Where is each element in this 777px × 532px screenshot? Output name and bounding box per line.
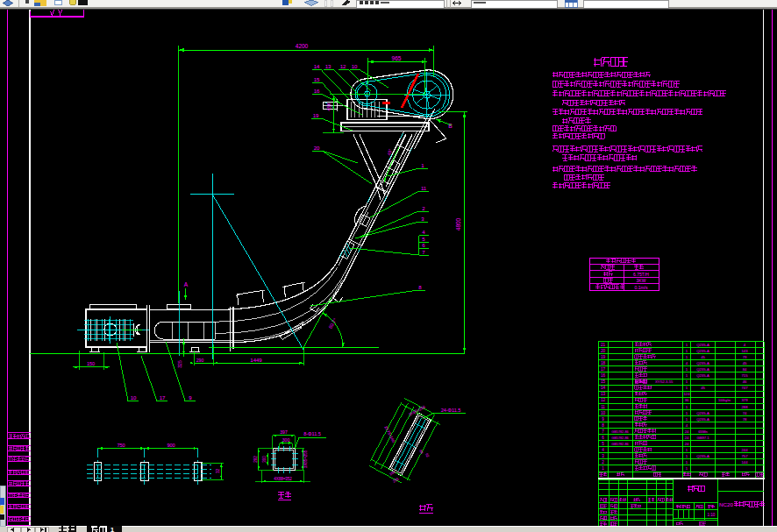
svg-text:36: 36 <box>685 398 689 402</box>
svg-text:Q235-A: Q235-A <box>696 349 709 353</box>
svg-text:244: 244 <box>742 448 749 452</box>
svg-text:32: 32 <box>216 469 220 474</box>
svg-text:750: 750 <box>117 443 125 448</box>
svg-text:124: 124 <box>684 392 691 396</box>
svg-text:100kg/m: 100kg/m <box>718 399 731 402</box>
svg-text:Q235-A: Q235-A <box>696 417 709 422</box>
svg-text:13: 13 <box>601 392 606 396</box>
svg-text:16: 16 <box>314 89 320 94</box>
svg-text:20: 20 <box>601 349 606 353</box>
svg-text:900: 900 <box>167 443 175 448</box>
svg-text:XY/52-3-55: XY/52-3-55 <box>655 379 674 384</box>
svg-text:21: 21 <box>601 343 606 347</box>
svg-text:45: 45 <box>701 386 705 390</box>
svg-text:24: 24 <box>685 436 689 440</box>
svg-text:45: 45 <box>743 361 747 365</box>
svg-text:84: 84 <box>743 367 747 372</box>
svg-text:Q235-A: Q235-A <box>696 361 709 365</box>
svg-text:24: 24 <box>685 442 689 446</box>
svg-text:NC20: NC20 <box>719 501 733 507</box>
svg-text:6.75T/H: 6.75T/H <box>633 272 649 277</box>
svg-text:0.1m/s: 0.1m/s <box>634 285 648 290</box>
svg-text:78: 78 <box>743 417 747 422</box>
svg-text:150: 150 <box>87 361 95 366</box>
svg-text:144: 144 <box>742 460 749 465</box>
svg-text:GB5782-86: GB5782-86 <box>611 436 628 440</box>
svg-text:79: 79 <box>743 355 747 359</box>
svg-text:Q235-A: Q235-A <box>696 454 709 458</box>
svg-text:3KW: 3KW <box>637 278 646 283</box>
svg-text:288: 288 <box>742 405 749 409</box>
svg-text:10: 10 <box>601 411 606 415</box>
svg-text:19: 19 <box>601 355 606 359</box>
svg-text:Q235-A: Q235-A <box>696 367 709 372</box>
svg-text:325: 325 <box>177 360 182 368</box>
svg-text:300: 300 <box>282 437 290 443</box>
svg-text:14: 14 <box>314 64 320 69</box>
svg-text:1449: 1449 <box>250 358 262 363</box>
svg-text:17: 17 <box>601 367 606 372</box>
svg-text:18: 18 <box>601 361 606 365</box>
svg-text:300: 300 <box>262 456 267 463</box>
svg-text:24: 24 <box>685 429 689 434</box>
svg-text:379: 379 <box>742 398 749 402</box>
svg-text:3X85=255: 3X85=255 <box>303 450 308 468</box>
svg-text:458: 458 <box>326 103 331 110</box>
svg-text:12: 12 <box>340 64 346 69</box>
svg-text:4200: 4200 <box>296 43 309 49</box>
svg-text:24-Φ11.5: 24-Φ11.5 <box>441 408 461 413</box>
svg-text:10: 10 <box>131 395 137 401</box>
svg-text:965: 965 <box>392 55 402 61</box>
svg-text:8-Φ11.5: 8-Φ11.5 <box>303 431 321 436</box>
svg-text:Q235-A: Q235-A <box>696 343 709 347</box>
svg-text:Q235-A: Q235-A <box>696 373 709 378</box>
svg-text:14: 14 <box>601 386 606 390</box>
svg-text:1:10: 1:10 <box>708 513 716 517</box>
svg-text:17: 17 <box>160 395 166 401</box>
svg-text:74: 74 <box>743 411 747 415</box>
svg-text:GB5782-86: GB5782-86 <box>611 430 628 434</box>
svg-text:11: 11 <box>601 405 605 409</box>
svg-text:11: 11 <box>421 186 427 191</box>
svg-text:715: 715 <box>742 373 749 378</box>
svg-text:16: 16 <box>601 373 606 378</box>
svg-text:20: 20 <box>314 145 320 151</box>
svg-text:Q235-A: Q235-A <box>696 411 709 415</box>
svg-text:1: 1 <box>110 526 115 532</box>
svg-text:12: 12 <box>601 398 606 402</box>
svg-text:757: 757 <box>742 454 749 458</box>
svg-text:15: 15 <box>314 77 320 82</box>
svg-text:A: A <box>184 281 189 287</box>
svg-text:4800: 4800 <box>455 217 461 231</box>
svg-text:GB97.1: GB97.1 <box>696 436 709 440</box>
svg-text:13: 13 <box>325 64 331 69</box>
svg-text:65Mn: 65Mn <box>698 429 708 434</box>
svg-text:292: 292 <box>253 456 258 463</box>
svg-text:19: 19 <box>313 113 319 118</box>
svg-text:143: 143 <box>742 349 749 353</box>
svg-text:45: 45 <box>701 355 705 359</box>
svg-text:46: 46 <box>743 379 747 384</box>
svg-text:15: 15 <box>601 379 606 384</box>
svg-text:10: 10 <box>352 64 358 69</box>
svg-text:B: B <box>448 123 452 129</box>
svg-text:397: 397 <box>280 429 288 435</box>
svg-text:747: 747 <box>742 386 749 390</box>
svg-text:4X88=352: 4X88=352 <box>274 477 292 481</box>
svg-text:290: 290 <box>196 358 204 363</box>
svg-text:GB5782-86: GB5782-86 <box>611 443 628 446</box>
